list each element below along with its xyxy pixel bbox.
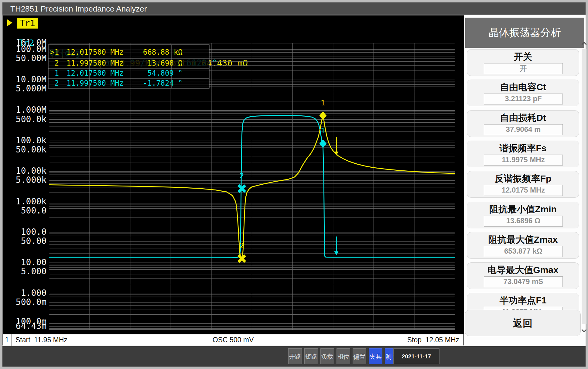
- toolbar-button-3[interactable]: 负载: [320, 348, 334, 364]
- marker-idx: 1: [50, 69, 59, 77]
- crystal-analysis-panel: 晶体振荡器分析 开关开自由电容Ct3.21123 pF自由损耗Dt37.9064…: [464, 15, 586, 346]
- panel-card-4[interactable]: 谐振频率Fs11.9975 MHz: [467, 141, 579, 167]
- panel-card-5[interactable]: 反谐振频率Fp12.0175 MHz: [467, 171, 579, 198]
- marker-table-row: 112.017500 MHz54.809 °: [50, 69, 183, 77]
- card-label: 谐振频率Fs: [467, 142, 579, 155]
- panel-card-7[interactable]: 阻抗最大值Zmax653.877 kΩ: [467, 232, 579, 259]
- toolbar-button-4[interactable]: 相位: [337, 348, 350, 364]
- marker-freq: 12.017500 MHz: [67, 48, 124, 56]
- sweep-stop[interactable]: Stop 12.05 MHz: [407, 334, 459, 346]
- panel-title: 晶体振荡器分析: [465, 18, 584, 48]
- marker-freq: 12.017500 MHz: [67, 69, 124, 77]
- bottom-toolbar: 开路短路负载相位偏置夹具测量 2021-11-17 15:53:20: [2, 346, 586, 367]
- card-label: 半功率点F1: [467, 294, 579, 307]
- card-label: 反谐振频率Fp: [467, 173, 579, 185]
- toolbar-button-5[interactable]: 偏置: [353, 348, 366, 364]
- card-label: 阻抗最大值Zmax: [467, 234, 579, 246]
- marker-table-row: 211.997500 MHz-1.7824 °: [50, 79, 183, 87]
- analyzer-window: TH2851 Precision Impedance Analyzer Tr1 …: [0, 0, 588, 369]
- clock: 2021-11-17 15:53:20: [393, 348, 439, 364]
- marker-table-row: 211.997500 MHz13.698 Ω: [50, 59, 183, 67]
- card-value[interactable]: 37.9064 m: [484, 124, 563, 135]
- osc-level[interactable]: OSC 500 mV: [3, 334, 463, 346]
- trace2-header[interactable]: Tr2 θz(deg) 36.000 ° / Ref 1.6122 °: [0, 28, 462, 38]
- card-label: 自由电容Ct: [467, 81, 579, 94]
- toolbar-button-1[interactable]: 开路: [288, 348, 302, 364]
- trace1-name[interactable]: Tr1: [17, 18, 38, 29]
- marker-value: -1.7824 °: [131, 79, 183, 87]
- active-trace-cursor-icon: [7, 19, 12, 26]
- card-label: 阻抗最小值Zmin: [467, 203, 579, 216]
- back-button[interactable]: 返回: [465, 310, 581, 336]
- window-title: TH2851 Precision Impedance Analyzer: [10, 4, 147, 13]
- marker-value: 668.88 kΩ: [131, 48, 183, 56]
- panel-card-1[interactable]: 开关开: [467, 49, 579, 76]
- card-label: 自由损耗Dt: [467, 112, 579, 124]
- marker-table-row: >112.017500 MHz668.88 kΩ: [50, 48, 183, 56]
- toolbar-button-2[interactable]: 短路: [304, 348, 318, 364]
- marker-freq: 11.997500 MHz: [67, 59, 124, 67]
- panel-card-2[interactable]: 自由电容Ct3.21123 pF: [467, 80, 579, 106]
- toolbar-button-6[interactable]: 夹具: [369, 348, 382, 364]
- scroll-down-icon[interactable]: [582, 327, 587, 333]
- card-value[interactable]: 73.0479 mS: [484, 276, 563, 287]
- trace2-name[interactable]: Tr2: [19, 38, 34, 48]
- marker-idx: 2: [50, 79, 59, 87]
- card-label: 开关: [467, 51, 579, 63]
- card-value[interactable]: 13.6896 Ω: [484, 216, 563, 227]
- card-value[interactable]: 12.0175 MHz: [484, 185, 563, 196]
- calibration-buttons: 开路短路负载相位偏置夹具测量: [288, 348, 398, 364]
- card-label: 电导最大值Gmax: [467, 264, 579, 276]
- sweep-status-bar: 1 Start 11.95 MHz OSC 500 mV Stop 12.05 …: [3, 334, 463, 346]
- panel-card-8[interactable]: 电导最大值Gmax73.0479 mS: [467, 262, 579, 289]
- panel-card-6[interactable]: 阻抗最小值Zmin13.6896 Ω: [467, 202, 579, 228]
- card-value[interactable]: 3.21123 pF: [484, 94, 563, 104]
- card-value[interactable]: 11.9975 MHz: [484, 155, 563, 166]
- marker-freq: 11.997500 MHz: [67, 79, 124, 87]
- panel-scrollbar[interactable]: [582, 49, 586, 324]
- marker-value: 13.698 Ω: [131, 59, 183, 67]
- title-bar: TH2851 Precision Impedance Analyzer: [2, 2, 586, 15]
- marker-idx: 2: [50, 59, 59, 67]
- card-value[interactable]: 开: [484, 63, 563, 74]
- card-value[interactable]: 653.877 kΩ: [484, 246, 563, 257]
- trace1-header[interactable]: Tr1 |Z| Top 160.99 MΩ/ Bottom 64.430 mΩ: [0, 18, 462, 28]
- marker-idx: >1: [50, 48, 59, 56]
- panel-card-3[interactable]: 自由损耗Dt37.9064 m: [467, 110, 579, 137]
- marker-value: 54.809 °: [131, 69, 183, 77]
